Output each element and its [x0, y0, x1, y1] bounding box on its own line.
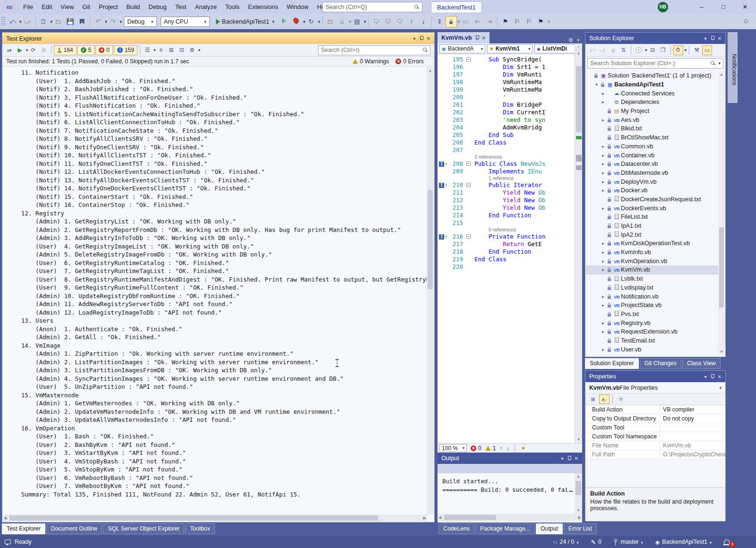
- tree-item[interactable]: ▸VBNotification.vb: [586, 292, 719, 301]
- scroll-down-icon[interactable]: ▼: [575, 437, 582, 443]
- tree-item[interactable]: ▸VBKvmInfo.vb: [586, 248, 719, 257]
- close-button[interactable]: ✕: [734, 0, 756, 14]
- editor-errors-status[interactable]: ✕ 0: [471, 445, 481, 452]
- window-position-caret-icon[interactable]: ▾: [413, 36, 416, 41]
- code-line[interactable]: 211Yield New Ob: [438, 189, 575, 197]
- toolbar-grip[interactable]: [1, 17, 6, 26]
- code-line[interactable]: 207: [438, 146, 575, 154]
- tab-git-changes[interactable]: Git Changes: [640, 358, 681, 369]
- run-all-tests-icon[interactable]: ⏯: [4, 47, 15, 53]
- menu-file[interactable]: File: [19, 0, 37, 14]
- menu-debug[interactable]: Debug: [144, 0, 171, 14]
- navigate-back-caret[interactable]: ▾: [19, 19, 22, 24]
- find-in-files-icon[interactable]: 🗀: [325, 16, 336, 27]
- tree-item[interactable]: TestEmail.txt: [586, 336, 719, 345]
- scrollbar-thumb[interactable]: [719, 227, 724, 308]
- chevron-right-icon[interactable]: ▸: [600, 347, 606, 352]
- pin-icon[interactable]: [475, 35, 479, 40]
- output-vertical-scrollbar[interactable]: ▲ ▼: [575, 473, 582, 514]
- chevron-right-icon[interactable]: ▸: [600, 303, 606, 308]
- codelens-reference-row[interactable]: 0 references: [438, 227, 575, 233]
- home-icon[interactable]: ⌂: [608, 47, 618, 53]
- codelens-reference-row[interactable]: 1 reference: [438, 175, 575, 181]
- solution-tree[interactable]: ▣Solution 'BackendTest1' (1 of 1 project…: [586, 71, 719, 355]
- code-line[interactable]: 204AdmKvmBridg: [438, 124, 575, 131]
- chevron-right-icon[interactable]: ▸: [600, 153, 606, 158]
- chevron-right-icon[interactable]: ▸: [600, 294, 606, 299]
- scrollbar-thumb[interactable]: [9, 515, 378, 521]
- test-output-horizontal-scrollbar[interactable]: ◀ ▶: [3, 514, 427, 522]
- chevron-right-icon[interactable]: ▸: [600, 144, 606, 149]
- scroll-right-icon[interactable]: ▶: [578, 514, 581, 521]
- show-all-files-icon[interactable]: ▭: [702, 45, 712, 55]
- chevron-down-icon[interactable]: ▾: [593, 82, 600, 87]
- chevron-right-icon[interactable]: ▸: [600, 329, 606, 334]
- output-horizontal-scrollbar[interactable]: ◀ ▶: [438, 514, 582, 522]
- chevron-right-icon[interactable]: ▸: [600, 162, 606, 166]
- scroll-left-icon[interactable]: ◀: [4, 514, 7, 522]
- navigate-back-icon[interactable]: ⤺: [7, 16, 18, 27]
- code-line[interactable]: 213Yield New Ob: [438, 204, 575, 212]
- menu-test[interactable]: Test: [171, 0, 191, 14]
- warnings-status[interactable]: 0 Warnings: [352, 58, 389, 65]
- window-position-caret-icon[interactable]: ▾: [704, 374, 707, 379]
- errors-status[interactable]: ✕ 0 Errors: [395, 58, 424, 65]
- member-dropdown[interactable]: ◆ ListVmDi ▾: [534, 44, 580, 53]
- close-panel-icon[interactable]: ✕: [718, 36, 722, 41]
- class-dropdown[interactable]: ❖ KvmVm1 ▾: [487, 44, 533, 53]
- tree-item[interactable]: ▸☁Connected Services: [586, 89, 719, 98]
- scrollbar-thumb[interactable]: [444, 515, 496, 520]
- inheritance-margin-icon[interactable]: I: [439, 162, 444, 167]
- code-line[interactable]: 218End Function: [438, 248, 575, 256]
- tree-item[interactable]: ▸VBCommon.vb: [586, 142, 719, 151]
- menu-project[interactable]: Project: [94, 0, 122, 14]
- close-panel-icon[interactable]: ✕: [575, 456, 578, 461]
- menu-extensions[interactable]: Extensions: [244, 0, 283, 14]
- code-line[interactable]: 209Implements IEnu: [438, 168, 575, 175]
- code-line[interactable]: 214End Function: [438, 212, 575, 219]
- output-log[interactable]: Build started...========== Build: 0 succ…: [438, 473, 575, 514]
- pin-icon[interactable]: [420, 36, 423, 41]
- code-line[interactable]: 205End Sub: [438, 131, 575, 139]
- scroll-down-icon[interactable]: ▼: [575, 507, 582, 514]
- failed-tests-badge[interactable]: ✕ 0: [95, 45, 113, 55]
- test-output-log[interactable]: 11. Notification (User) 1. AddBashJob : …: [3, 67, 427, 514]
- solution-platform-select[interactable]: Any CPU ▾: [161, 17, 210, 27]
- new-project-icon[interactable]: 🗋: [38, 16, 49, 27]
- tree-item[interactable]: IpA2.txt: [586, 230, 719, 239]
- undo-icon[interactable]: ↶: [93, 16, 103, 27]
- code-line[interactable]: 212Yield New Ob: [438, 197, 575, 204]
- code-line[interactable]: 219End Class: [438, 256, 575, 263]
- tab-kvmvm-vb[interactable]: KvmVm.vb ✕: [438, 32, 490, 43]
- window-position-caret-icon[interactable]: ▾: [704, 36, 707, 41]
- scroll-right-icon[interactable]: ▶: [423, 514, 426, 522]
- window-position-caret-icon[interactable]: ▾: [561, 456, 564, 461]
- next-bookmark-icon[interactable]: ⚐: [524, 16, 534, 27]
- lock-toggle-button[interactable]: [446, 16, 457, 27]
- scroll-left-icon[interactable]: ◀: [438, 514, 441, 521]
- solution-explorer-header[interactable]: Solution Explorer ▾ ✕: [585, 33, 725, 44]
- codelens-reference-row[interactable]: 0 references: [438, 154, 575, 160]
- test-settings-gear-icon[interactable]: ⚙: [187, 47, 198, 53]
- previous-bookmark-icon[interactable]: ⚐: [512, 16, 523, 27]
- bookmark-icon[interactable]: ⚑: [500, 16, 511, 27]
- chevron-right-icon[interactable]: ▸: [600, 250, 606, 255]
- inheritance-margin-icon[interactable]: I: [439, 234, 444, 240]
- collapse-all-icon[interactable]: ⊟: [177, 47, 187, 53]
- scrollbar-thumb[interactable]: [576, 481, 581, 495]
- solution-configuration-select[interactable]: Debug ▾: [124, 17, 156, 27]
- property-row[interactable]: Custom Tool Namespace: [585, 432, 725, 441]
- scroll-up-icon[interactable]: ▲: [575, 473, 582, 480]
- playlist-icon[interactable]: ☰: [142, 47, 153, 53]
- code-line[interactable]: 200': [438, 94, 575, 101]
- close-panel-icon[interactable]: ✕: [718, 374, 722, 379]
- menu-tools[interactable]: Tools: [221, 0, 244, 14]
- zoom-select[interactable]: 100 % ▾: [439, 444, 467, 452]
- tree-item[interactable]: ▸⧉Dependencies: [586, 98, 719, 107]
- chevron-right-icon[interactable]: ▸: [600, 206, 606, 211]
- tree-item[interactable]: Blkid.txt: [586, 124, 719, 133]
- scrollbar-thumb[interactable]: [428, 190, 433, 289]
- chevron-right-icon[interactable]: ▸: [600, 118, 606, 122]
- tree-item[interactable]: ▸VBRequestExtension.vb: [586, 327, 719, 336]
- properties-header[interactable]: Properties ▾ ✕: [585, 371, 725, 382]
